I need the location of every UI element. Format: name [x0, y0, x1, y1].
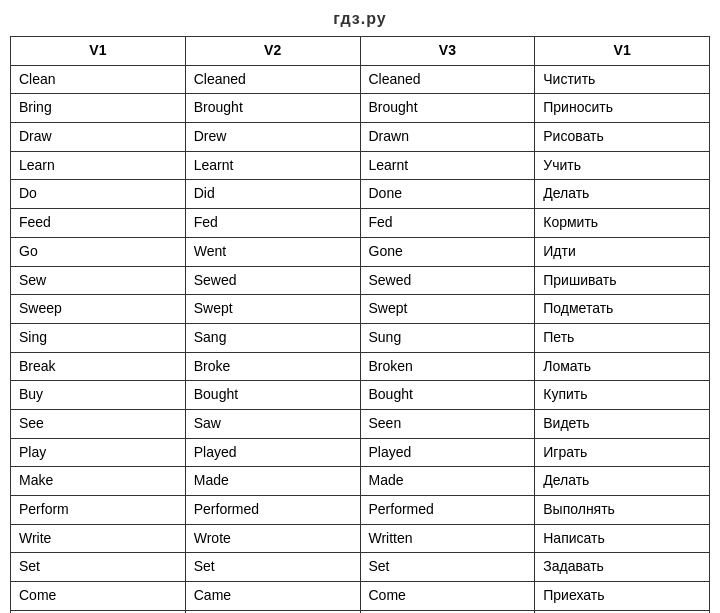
table-cell-r0-c3: Чистить	[535, 65, 710, 94]
table-row: WriteWroteWrittenНаписать	[11, 524, 710, 553]
table-cell-r13-c0: Play	[11, 438, 186, 467]
table-cell-r12-c3: Видеть	[535, 409, 710, 438]
table-cell-r9-c3: Петь	[535, 323, 710, 352]
table-cell-r18-c1: Came	[185, 582, 360, 611]
table-cell-r15-c0: Perform	[11, 496, 186, 525]
table-row: MakeMadeMadeДелать	[11, 467, 710, 496]
table-row: SweepSweptSweptПодметать	[11, 295, 710, 324]
table-cell-r0-c2: Cleaned	[360, 65, 535, 94]
table-cell-r4-c2: Done	[360, 180, 535, 209]
table-cell-r2-c1: Drew	[185, 123, 360, 152]
table-cell-r11-c3: Купить	[535, 381, 710, 410]
table-row: FeedFedFedКормить	[11, 209, 710, 238]
verb-table: V1V2V3V1 CleanCleanedCleanedЧиститьBring…	[10, 36, 710, 613]
table-cell-r18-c0: Come	[11, 582, 186, 611]
table-cell-r0-c0: Clean	[11, 65, 186, 94]
table-cell-r13-c1: Played	[185, 438, 360, 467]
table-cell-r13-c2: Played	[360, 438, 535, 467]
table-cell-r18-c3: Приехать	[535, 582, 710, 611]
table-cell-r1-c0: Bring	[11, 94, 186, 123]
table-cell-r4-c0: Do	[11, 180, 186, 209]
table-cell-r17-c1: Set	[185, 553, 360, 582]
col-header-2: V3	[360, 37, 535, 66]
table-cell-r13-c3: Играть	[535, 438, 710, 467]
table-cell-r0-c1: Cleaned	[185, 65, 360, 94]
table-row: SeeSawSeenВидеть	[11, 409, 710, 438]
table-row: BreakBrokeBrokenЛомать	[11, 352, 710, 381]
table-cell-r10-c0: Break	[11, 352, 186, 381]
col-header-0: V1	[11, 37, 186, 66]
table-cell-r8-c0: Sweep	[11, 295, 186, 324]
table-cell-r12-c1: Saw	[185, 409, 360, 438]
table-cell-r3-c3: Учить	[535, 151, 710, 180]
table-cell-r16-c3: Написать	[535, 524, 710, 553]
table-cell-r1-c1: Brought	[185, 94, 360, 123]
table-cell-r9-c2: Sung	[360, 323, 535, 352]
table-cell-r11-c0: Buy	[11, 381, 186, 410]
table-row: ComeCameComeПриехать	[11, 582, 710, 611]
table-cell-r17-c3: Задавать	[535, 553, 710, 582]
table-cell-r12-c2: Seen	[360, 409, 535, 438]
table-cell-r11-c2: Bought	[360, 381, 535, 410]
table-cell-r1-c2: Brought	[360, 94, 535, 123]
table-cell-r7-c0: Sew	[11, 266, 186, 295]
col-header-3: V1	[535, 37, 710, 66]
table-cell-r3-c0: Learn	[11, 151, 186, 180]
table-cell-r8-c3: Подметать	[535, 295, 710, 324]
table-cell-r7-c2: Sewed	[360, 266, 535, 295]
table-cell-r4-c1: Did	[185, 180, 360, 209]
table-cell-r15-c1: Performed	[185, 496, 360, 525]
table-cell-r17-c0: Set	[11, 553, 186, 582]
table-row: SewSewedSewedПришивать	[11, 266, 710, 295]
table-cell-r15-c3: Выполнять	[535, 496, 710, 525]
table-cell-r6-c3: Идти	[535, 237, 710, 266]
table-cell-r7-c3: Пришивать	[535, 266, 710, 295]
table-cell-r16-c2: Written	[360, 524, 535, 553]
table-row: BuyBoughtBoughtКупить	[11, 381, 710, 410]
table-cell-r17-c2: Set	[360, 553, 535, 582]
table-cell-r16-c1: Wrote	[185, 524, 360, 553]
table-cell-r6-c0: Go	[11, 237, 186, 266]
table-cell-r6-c1: Went	[185, 237, 360, 266]
table-cell-r16-c0: Write	[11, 524, 186, 553]
table-cell-r12-c0: See	[11, 409, 186, 438]
table-cell-r14-c3: Делать	[535, 467, 710, 496]
table-cell-r5-c0: Feed	[11, 209, 186, 238]
table-cell-r14-c0: Make	[11, 467, 186, 496]
table-row: SingSangSungПеть	[11, 323, 710, 352]
table-cell-r10-c1: Broke	[185, 352, 360, 381]
table-row: CleanCleanedCleanedЧистить	[11, 65, 710, 94]
table-row: DoDidDoneДелать	[11, 180, 710, 209]
table-row: LearnLearntLearntУчить	[11, 151, 710, 180]
table-cell-r9-c0: Sing	[11, 323, 186, 352]
table-row: SetSetSetЗадавать	[11, 553, 710, 582]
table-cell-r2-c0: Draw	[11, 123, 186, 152]
table-cell-r7-c1: Sewed	[185, 266, 360, 295]
table-cell-r15-c2: Performed	[360, 496, 535, 525]
table-cell-r10-c3: Ломать	[535, 352, 710, 381]
site-header: гдз.ру	[333, 10, 386, 28]
table-cell-r14-c1: Made	[185, 467, 360, 496]
table-row: PerformPerformedPerformedВыполнять	[11, 496, 710, 525]
table-row: DrawDrewDrawnРисовать	[11, 123, 710, 152]
table-cell-r9-c1: Sang	[185, 323, 360, 352]
table-cell-r18-c2: Come	[360, 582, 535, 611]
table-row: PlayPlayedPlayedИграть	[11, 438, 710, 467]
table-cell-r10-c2: Broken	[360, 352, 535, 381]
table-cell-r5-c3: Кормить	[535, 209, 710, 238]
table-cell-r14-c2: Made	[360, 467, 535, 496]
table-cell-r3-c2: Learnt	[360, 151, 535, 180]
table-cell-r11-c1: Bought	[185, 381, 360, 410]
table-cell-r2-c3: Рисовать	[535, 123, 710, 152]
table-cell-r1-c3: Приносить	[535, 94, 710, 123]
table-cell-r5-c2: Fed	[360, 209, 535, 238]
table-row: GoWentGoneИдти	[11, 237, 710, 266]
table-cell-r8-c2: Swept	[360, 295, 535, 324]
table-header-row: V1V2V3V1	[11, 37, 710, 66]
table-cell-r2-c2: Drawn	[360, 123, 535, 152]
col-header-1: V2	[185, 37, 360, 66]
table-cell-r4-c3: Делать	[535, 180, 710, 209]
table-row: BringBroughtBroughtПриносить	[11, 94, 710, 123]
table-cell-r8-c1: Swept	[185, 295, 360, 324]
table-cell-r3-c1: Learnt	[185, 151, 360, 180]
